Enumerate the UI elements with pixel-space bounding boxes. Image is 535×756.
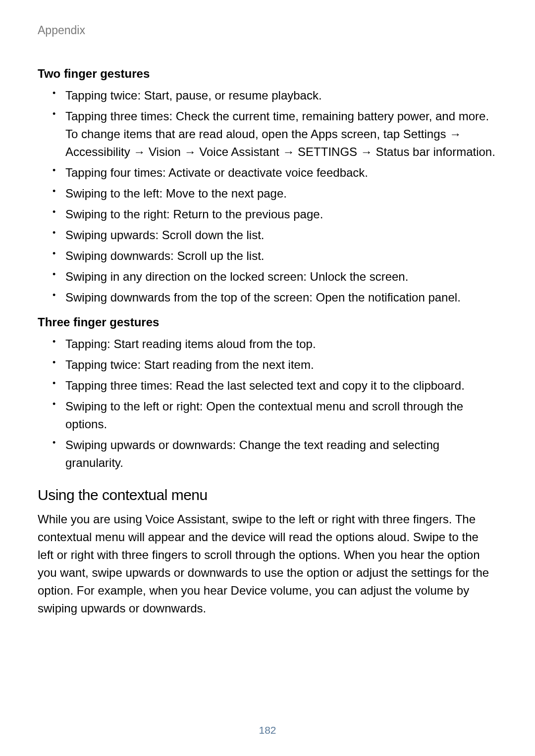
- list-item: Swiping to the left or right: Open the c…: [53, 398, 497, 433]
- section-three-finger-title: Three finger gestures: [38, 315, 497, 329]
- section-two-finger-title: Two finger gestures: [38, 67, 497, 81]
- list-item: Swiping in any direction on the locked s…: [53, 268, 497, 286]
- list-item: Swiping upwards or downwards: Change the…: [53, 436, 497, 472]
- list-item: Tapping four times: Activate or deactiva…: [53, 164, 497, 182]
- page-number: 182: [0, 724, 535, 736]
- list-item: Swiping downwards: Scroll up the list.: [53, 247, 497, 265]
- list-item: Tapping three times: Read the last selec…: [53, 377, 497, 395]
- page-header-label: Appendix: [38, 24, 497, 37]
- body-paragraph: While you are using Voice Assistant, swi…: [38, 510, 497, 617]
- list-item: Swiping to the left: Move to the next pa…: [53, 185, 497, 202]
- list-item: Tapping: Start reading items aloud from …: [53, 335, 497, 353]
- three-finger-list: Tapping: Start reading items aloud from …: [38, 335, 497, 472]
- document-page: Appendix Two finger gestures Tapping twi…: [0, 0, 535, 756]
- list-item: Swiping upwards: Scroll down the list.: [53, 226, 497, 244]
- list-item: Tapping twice: Start reading from the ne…: [53, 356, 497, 374]
- two-finger-list: Tapping twice: Start, pause, or resume p…: [38, 87, 497, 306]
- list-item: Tapping three times: Check the current t…: [53, 107, 497, 161]
- list-item: Tapping twice: Start, pause, or resume p…: [53, 87, 497, 104]
- list-item: Swiping to the right: Return to the prev…: [53, 205, 497, 223]
- subheading-contextual-menu: Using the contextual menu: [38, 487, 497, 504]
- list-item: Swiping downwards from the top of the sc…: [53, 289, 497, 306]
